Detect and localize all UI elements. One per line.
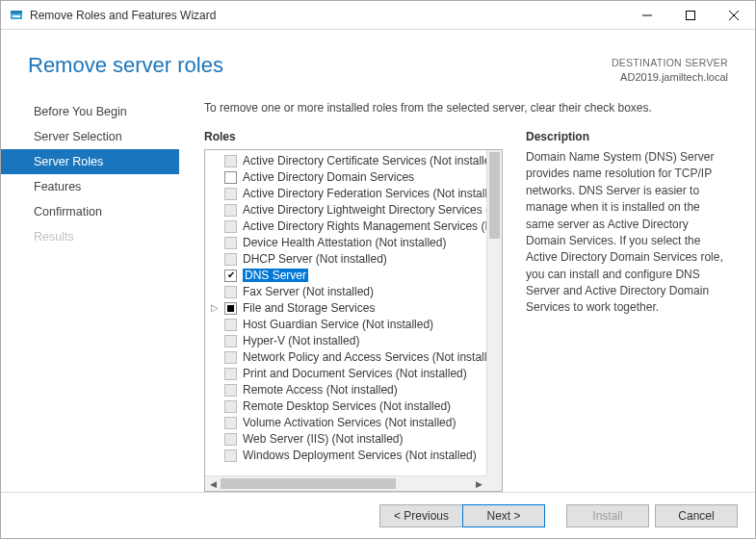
role-row[interactable]: Network Policy and Access Services (Not … — [205, 349, 486, 366]
nav-item-server-selection[interactable]: Server Selection — [1, 124, 179, 149]
next-button[interactable]: Next > — [462, 504, 545, 527]
role-checkbox — [224, 253, 237, 266]
role-row[interactable]: Fax Server (Not installed) — [205, 284, 486, 300]
svg-rect-2 — [13, 15, 20, 17]
description-heading: Description — [526, 130, 730, 143]
role-checkbox — [224, 400, 237, 413]
scroll-left-icon[interactable]: ◀ — [205, 476, 221, 492]
page-title: Remove server roles — [28, 53, 223, 78]
nav-item-before-you-begin[interactable]: Before You Begin — [1, 99, 179, 124]
role-label: File and Storage Services — [243, 301, 375, 315]
minimize-button[interactable] — [625, 1, 668, 30]
roles-listbox[interactable]: Active Directory Certificate Services (N… — [204, 149, 503, 492]
roles-column: Roles Active Directory Certificate Servi… — [204, 130, 503, 492]
role-row[interactable]: ▷File and Storage Services — [205, 300, 486, 317]
role-checkbox — [224, 155, 237, 167]
role-label: Active Directory Lightweight Directory S… — [243, 203, 486, 217]
maximize-button[interactable] — [668, 1, 712, 30]
role-label: Windows Deployment Services (Not install… — [243, 449, 477, 462]
role-label: Host Guardian Service (Not installed) — [243, 318, 433, 331]
roles-heading: Roles — [204, 130, 503, 143]
role-row[interactable]: Active Directory Federation Services (No… — [205, 186, 486, 202]
role-label: Hyper-V (Not installed) — [243, 334, 359, 347]
role-label: Active Directory Certificate Services (N… — [243, 154, 486, 167]
wizard-footer: < Previous Next > Install Cancel — [1, 492, 755, 538]
previous-button[interactable]: < Previous — [379, 504, 462, 527]
role-label: DHCP Server (Not installed) — [243, 252, 387, 266]
destination-label: DESTINATION SERVER — [612, 57, 728, 70]
role-row[interactable]: DNS Server — [205, 268, 486, 284]
role-label: Web Server (IIS) (Not installed) — [243, 432, 404, 446]
role-row[interactable]: Active Directory Domain Services — [205, 169, 486, 186]
role-label: Active Directory Rights Management Servi… — [243, 219, 486, 233]
description-column: Description Domain Name System (DNS) Ser… — [526, 130, 730, 492]
role-label: DNS Server — [243, 269, 308, 282]
role-row[interactable]: Active Directory Lightweight Directory S… — [205, 202, 486, 218]
role-checkbox — [224, 335, 237, 347]
role-label: Active Directory Federation Services (No… — [243, 187, 486, 200]
role-label: Device Health Attestation (Not installed… — [243, 236, 446, 249]
role-checkbox — [224, 433, 237, 446]
role-row[interactable]: Active Directory Certificate Services (N… — [205, 153, 486, 169]
nav-item-confirmation[interactable]: Confirmation — [1, 199, 179, 224]
role-checkbox[interactable] — [224, 270, 237, 282]
role-label: Active Directory Domain Services — [243, 170, 414, 184]
role-checkbox — [224, 351, 237, 364]
role-row[interactable]: Volume Activation Services (Not installe… — [205, 415, 486, 431]
role-checkbox — [224, 188, 237, 200]
window-title: Remove Roles and Features Wizard — [30, 9, 216, 22]
destination-value: AD2019.jamiltech.local — [612, 70, 728, 84]
scroll-right-icon[interactable]: ▶ — [471, 476, 486, 492]
role-checkbox — [224, 286, 237, 298]
role-label: Network Policy and Access Services (Not … — [243, 350, 486, 364]
wizard-nav: Before You BeginServer SelectionServer R… — [1, 93, 179, 492]
destination-server: DESTINATION SERVER AD2019.jamiltech.loca… — [612, 53, 728, 84]
titlebar: Remove Roles and Features Wizard — [1, 1, 755, 30]
role-checkbox — [224, 384, 237, 397]
role-row[interactable]: Remote Access (Not installed) — [205, 382, 486, 398]
role-checkbox — [224, 220, 237, 233]
role-label: Fax Server (Not installed) — [243, 285, 374, 298]
description-text: Domain Name System (DNS) Server provides… — [526, 149, 730, 317]
role-row[interactable]: Active Directory Rights Management Servi… — [205, 218, 486, 235]
role-checkbox[interactable] — [224, 302, 237, 315]
role-row[interactable]: Hyper-V (Not installed) — [205, 333, 486, 349]
role-checkbox — [224, 449, 237, 462]
main-panel: To remove one or more installed roles fr… — [179, 93, 755, 492]
role-row[interactable]: Web Server (IIS) (Not installed) — [205, 431, 486, 448]
role-checkbox — [224, 237, 237, 249]
role-checkbox — [224, 368, 237, 380]
role-row[interactable]: Device Health Attestation (Not installed… — [205, 235, 486, 251]
nav-item-features[interactable]: Features — [1, 174, 179, 199]
install-button: Install — [566, 504, 649, 527]
nav-item-results: Results — [1, 224, 179, 249]
role-row[interactable]: DHCP Server (Not installed) — [205, 251, 486, 268]
svg-rect-1 — [11, 11, 22, 13]
role-row[interactable]: Windows Deployment Services (Not install… — [205, 448, 486, 464]
role-checkbox — [224, 204, 237, 217]
horizontal-scrollbar[interactable]: ◀ ▶ — [205, 475, 486, 491]
role-checkbox — [224, 417, 237, 429]
app-icon — [9, 8, 24, 23]
role-label: Volume Activation Services (Not installe… — [243, 416, 456, 429]
expand-icon[interactable]: ▷ — [209, 302, 221, 314]
role-checkbox[interactable] — [224, 171, 237, 184]
role-row[interactable]: Remote Desktop Services (Not installed) — [205, 398, 486, 415]
role-checkbox — [224, 319, 237, 331]
role-row[interactable]: Host Guardian Service (Not installed) — [205, 317, 486, 333]
close-button[interactable] — [712, 1, 755, 30]
nav-item-server-roles[interactable]: Server Roles — [1, 149, 179, 174]
role-label: Print and Document Services (Not install… — [243, 367, 467, 380]
cancel-button[interactable]: Cancel — [655, 504, 738, 527]
svg-rect-4 — [686, 11, 694, 19]
vertical-scrollbar[interactable] — [486, 150, 502, 475]
role-row[interactable]: Print and Document Services (Not install… — [205, 366, 486, 382]
instruction-text: To remove one or more installed roles fr… — [204, 101, 730, 115]
role-label: Remote Desktop Services (Not installed) — [243, 399, 451, 413]
role-label: Remote Access (Not installed) — [243, 383, 398, 397]
header: Remove server roles DESTINATION SERVER A… — [1, 30, 755, 93]
